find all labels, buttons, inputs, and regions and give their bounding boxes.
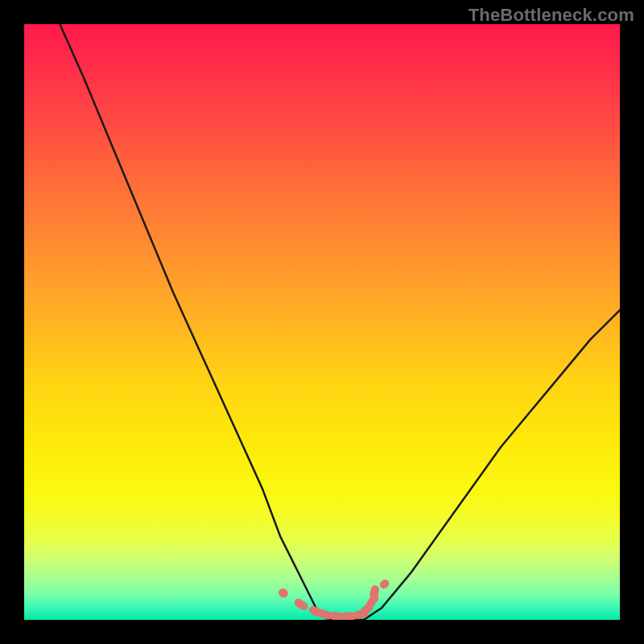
bottom-marker — [293, 597, 310, 612]
bottom-marker-dot — [370, 588, 379, 597]
plot-frame — [24, 24, 620, 620]
bottleneck-curve-path — [60, 24, 620, 620]
watermark-text: TheBottleneck.com — [469, 5, 634, 26]
bottom-marker-dot — [279, 588, 287, 597]
bottom-marker — [378, 578, 391, 590]
plot-svg — [24, 24, 620, 620]
